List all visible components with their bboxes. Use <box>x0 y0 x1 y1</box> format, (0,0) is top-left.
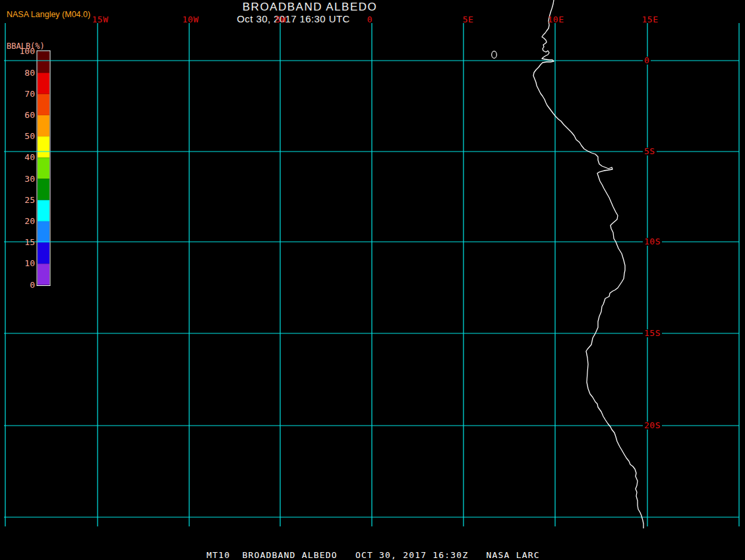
legend-color-segment <box>38 73 49 94</box>
lat-tick-label: 20S <box>643 422 662 430</box>
lon-tick-label: 10E <box>548 16 564 24</box>
island-outline <box>492 51 497 59</box>
legend-tick-label: 100 <box>7 47 35 55</box>
coastline-path <box>533 0 643 528</box>
legend-color-segment <box>38 136 49 157</box>
legend-color-segment <box>38 221 49 242</box>
lat-tick-label: 0 <box>643 57 651 65</box>
source-label: NASA Langley (M04.0) <box>7 10 90 19</box>
legend-color-segment <box>38 179 49 200</box>
lon-tick-label: 5W <box>276 16 287 24</box>
legend-tick-label: 20 <box>7 217 35 225</box>
footer-caption: MT10 BROADBAND ALBEDO OCT 30, 2017 16:30… <box>206 550 540 560</box>
lon-tick-label: 5E <box>463 16 474 24</box>
lon-tick-label: 0 <box>367 16 372 24</box>
lon-tick-label: 10W <box>183 16 199 24</box>
legend-tick-label: 25 <box>7 196 35 204</box>
lat-tick-label: 15S <box>643 329 662 337</box>
legend-tick-label: 15 <box>7 238 35 246</box>
lon-tick-label: 15E <box>642 16 659 24</box>
legend-color-segment <box>38 157 49 179</box>
legend-color-segment <box>38 62 49 73</box>
legend-tick-label: 50 <box>7 132 35 140</box>
legend-tick-label: 40 <box>7 154 35 161</box>
legend-color-segment <box>38 94 49 115</box>
legend-tick-label: 60 <box>7 111 35 119</box>
lon-tick-label: 15W <box>92 16 109 24</box>
timestamp-subtitle: Oct 30, 2017 16:30 UTC <box>237 13 349 24</box>
legend-tick-label: 30 <box>7 175 35 183</box>
legend-color-segment <box>38 242 49 264</box>
legend-tick-label: 0 <box>7 281 35 289</box>
map-canvas <box>0 0 745 560</box>
lat-tick-label: 10S <box>643 238 662 246</box>
legend-tick-label: 80 <box>7 69 35 77</box>
legend-tick-label: 70 <box>7 90 35 98</box>
lat-tick-label: 5S <box>643 148 657 155</box>
legend-color-segment <box>38 264 49 285</box>
legend-color-segment <box>38 200 49 221</box>
legend-color-segment <box>38 115 49 136</box>
legend-tick-label: 10 <box>7 260 35 267</box>
page-title: BROADBAND ALBEDO <box>243 1 377 14</box>
albedo-map-page: NASA Langley (M04.0) BROADBAND ALBEDO Oc… <box>0 0 745 560</box>
